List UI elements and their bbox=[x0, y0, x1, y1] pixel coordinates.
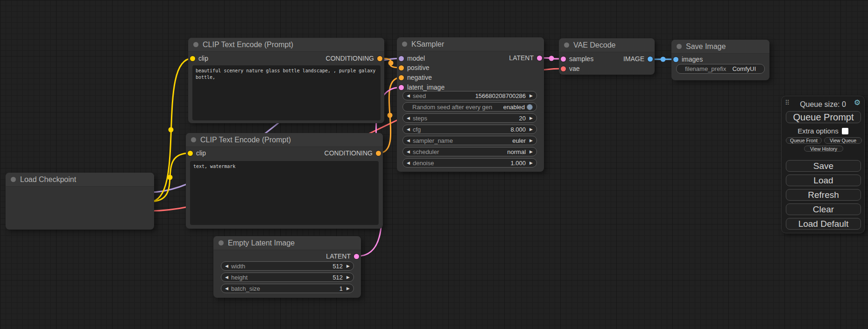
node-title: Load Checkpoint bbox=[20, 175, 76, 184]
clip-input-label: clip bbox=[198, 54, 208, 63]
vae-input-port[interactable] bbox=[561, 66, 566, 71]
increment-arrow-icon[interactable]: ▶ bbox=[529, 161, 533, 165]
vae-input-label: vae bbox=[569, 64, 580, 73]
node-title-bar[interactable]: VAE Decode bbox=[559, 38, 655, 52]
height-widget[interactable]: ◀ height 512 ▶ bbox=[221, 273, 354, 282]
increment-arrow-icon[interactable]: ▶ bbox=[346, 275, 350, 280]
node-title-bar[interactable]: CLIP Text Encode (Prompt) bbox=[188, 38, 384, 52]
widget-value: 156680208700286 bbox=[475, 92, 526, 99]
collapse-dot-icon[interactable] bbox=[219, 240, 224, 245]
view-queue-button[interactable]: View Queue bbox=[824, 137, 862, 144]
node-title: Save Image bbox=[686, 42, 726, 51]
link-midpoint-dot bbox=[549, 56, 554, 61]
decrement-arrow-icon[interactable]: ◀ bbox=[225, 287, 228, 291]
images-input-port[interactable] bbox=[673, 57, 678, 62]
node-ksampler[interactable]: KSampler model positive negative latent_… bbox=[397, 37, 544, 172]
clip-input-port[interactable] bbox=[190, 56, 195, 61]
queue-front-button[interactable]: Queue Front bbox=[786, 137, 822, 144]
save-button[interactable]: Save bbox=[786, 160, 861, 172]
increment-arrow-icon[interactable]: ▶ bbox=[529, 116, 533, 120]
steps-widget[interactable]: ◀ steps 20 ▶ bbox=[402, 113, 537, 123]
decrement-arrow-icon[interactable]: ◀ bbox=[225, 264, 228, 268]
node-title-bar[interactable]: Save Image bbox=[671, 40, 769, 54]
node-empty-latent-image[interactable]: Empty Latent Image LATENT ◀ width 512 ▶ … bbox=[213, 236, 361, 298]
increment-arrow-icon[interactable]: ▶ bbox=[529, 94, 533, 98]
decrement-arrow-icon[interactable]: ◀ bbox=[407, 94, 410, 98]
node-clip-text-encode-positive[interactable]: CLIP Text Encode (Prompt) clip CONDITION… bbox=[188, 38, 384, 123]
node-title: KSampler bbox=[411, 40, 444, 49]
images-input-label: images bbox=[682, 55, 703, 64]
samples-input-label: samples bbox=[569, 54, 593, 63]
samples-input-port[interactable] bbox=[561, 56, 566, 62]
node-vae-decode[interactable]: VAE Decode samples vae IMAGE bbox=[559, 38, 655, 75]
latent-output-port[interactable] bbox=[537, 56, 542, 61]
width-widget[interactable]: ◀ width 512 ▶ bbox=[221, 261, 354, 271]
positive-input-port[interactable] bbox=[399, 65, 404, 70]
link-midpoint-dot bbox=[388, 113, 393, 118]
load-default-button[interactable]: Load Default bbox=[786, 218, 861, 230]
node-title-bar[interactable]: Load Checkpoint bbox=[6, 173, 154, 187]
collapse-dot-icon[interactable] bbox=[402, 42, 407, 47]
view-history-button[interactable]: View History bbox=[804, 146, 843, 152]
collapse-dot-icon[interactable] bbox=[677, 44, 682, 49]
negative-prompt-textarea[interactable]: text, watermark bbox=[190, 161, 379, 225]
latent-output-label: LATENT bbox=[509, 53, 534, 63]
increment-arrow-icon[interactable]: ▶ bbox=[529, 127, 533, 132]
scheduler-widget[interactable]: ◀ scheduler normal ▶ bbox=[402, 147, 537, 156]
collapse-dot-icon[interactable] bbox=[193, 42, 198, 47]
collapse-dot-icon[interactable] bbox=[191, 137, 196, 142]
node-title-bar[interactable]: KSampler bbox=[397, 37, 544, 51]
decrement-arrow-icon[interactable]: ◀ bbox=[225, 275, 228, 280]
decrement-arrow-icon[interactable]: ◀ bbox=[407, 127, 410, 132]
conditioning-output-port[interactable] bbox=[377, 56, 382, 61]
conditioning-output-label: CONDITIONING bbox=[326, 54, 374, 63]
toggle-enabled-icon[interactable] bbox=[527, 104, 533, 110]
cfg-widget[interactable]: ◀ cfg 8.000 ▶ bbox=[402, 125, 537, 134]
increment-arrow-icon[interactable]: ▶ bbox=[346, 287, 350, 291]
decrement-arrow-icon[interactable]: ◀ bbox=[407, 150, 410, 154]
latent-output-port[interactable] bbox=[354, 254, 359, 259]
node-load-checkpoint[interactable]: Load Checkpoint MODEL CLIP VAE ◀ ckpt_na… bbox=[6, 173, 154, 230]
positive-prompt-textarea[interactable]: beautiful scenery nature glass bottle la… bbox=[192, 65, 381, 120]
collapse-dot-icon[interactable] bbox=[11, 177, 16, 182]
extra-options-checkbox[interactable] bbox=[842, 128, 848, 134]
latent-image-input-port[interactable] bbox=[399, 85, 404, 90]
increment-arrow-icon[interactable]: ▶ bbox=[529, 139, 533, 143]
collapse-dot-icon[interactable] bbox=[564, 42, 569, 48]
increment-arrow-icon[interactable]: ▶ bbox=[529, 150, 533, 154]
clear-button[interactable]: Clear bbox=[786, 203, 861, 215]
gear-icon[interactable]: ⚙ bbox=[854, 99, 861, 106]
clip-input-port[interactable] bbox=[188, 151, 193, 156]
node-clip-text-encode-negative[interactable]: CLIP Text Encode (Prompt) clip CONDITION… bbox=[186, 133, 383, 229]
widget-label: cfg bbox=[413, 126, 421, 133]
sampler-name-widget[interactable]: ◀ sampler_name euler ▶ bbox=[402, 136, 537, 145]
refresh-button[interactable]: Refresh bbox=[786, 189, 861, 201]
queue-prompt-button[interactable]: Queue Prompt bbox=[786, 111, 861, 123]
node-save-image[interactable]: Save Image images filename_prefix ComfyU… bbox=[671, 40, 769, 80]
model-input-port[interactable] bbox=[399, 56, 404, 61]
decrement-arrow-icon[interactable]: ◀ bbox=[407, 139, 410, 143]
load-button[interactable]: Load bbox=[786, 175, 861, 186]
widget-value: 1 bbox=[339, 285, 343, 292]
increment-arrow-icon[interactable]: ▶ bbox=[346, 264, 350, 268]
node-title-bar[interactable]: CLIP Text Encode (Prompt) bbox=[186, 133, 383, 147]
negative-input-port[interactable] bbox=[399, 75, 404, 80]
negative-input-label: negative bbox=[407, 73, 432, 82]
link-midpoint-dot bbox=[661, 57, 666, 62]
random-seed-toggle-widget[interactable]: Random seed after every gen enabled bbox=[402, 102, 537, 112]
decrement-arrow-icon[interactable]: ◀ bbox=[407, 116, 410, 120]
widget-label: width bbox=[231, 263, 245, 270]
node-title-bar[interactable]: Empty Latent Image bbox=[213, 236, 361, 250]
image-output-port[interactable] bbox=[648, 56, 653, 62]
widget-value: normal bbox=[507, 148, 526, 155]
decrement-arrow-icon[interactable]: ◀ bbox=[407, 161, 410, 165]
node-graph-canvas[interactable]: Load Checkpoint MODEL CLIP VAE ◀ ckpt_na… bbox=[0, 0, 868, 329]
denoise-widget[interactable]: ◀ denoise 1.000 ▶ bbox=[402, 158, 537, 168]
conditioning-output-port[interactable] bbox=[376, 151, 381, 156]
node-title: CLIP Text Encode (Prompt) bbox=[200, 136, 291, 144]
widget-value: 20 bbox=[519, 115, 526, 122]
filename-prefix-widget[interactable]: filename_prefix ComfyUI bbox=[676, 64, 765, 74]
batch-size-widget[interactable]: ◀ batch_size 1 ▶ bbox=[221, 284, 354, 293]
link-midpoint-dot bbox=[168, 175, 173, 180]
seed-widget[interactable]: ◀ seed 156680208700286 ▶ bbox=[402, 91, 537, 100]
